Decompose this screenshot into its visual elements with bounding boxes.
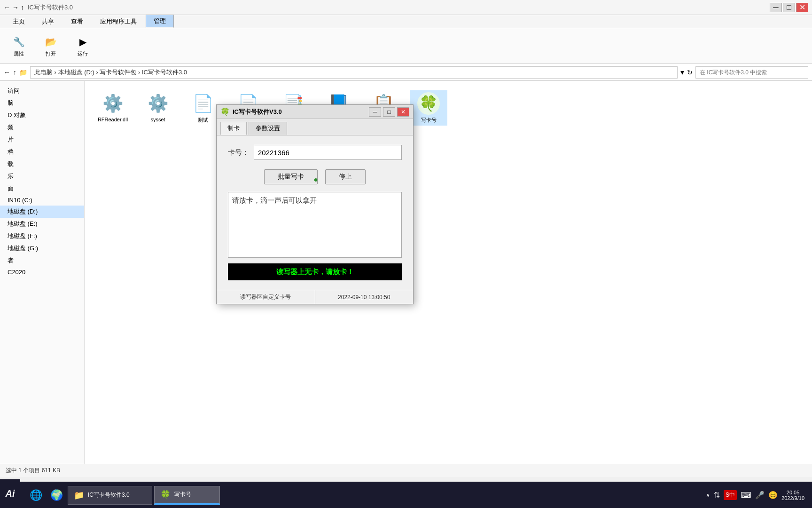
clock[interactable]: 20:05 2022/9/10 [781,490,804,501]
tray-ime-icon[interactable]: S中 [724,490,737,500]
card-row: 卡号： [228,145,402,160]
taskbar-ie-btn[interactable]: 🌐 [26,486,45,505]
ic-dialog: 🍀 IC写卡号软件V3.0 ─ □ ✕ 制卡 参数设置 卡号： [216,104,414,304]
sidebar-item-load[interactable]: 载 [0,158,84,170]
toolbar-properties-btn[interactable]: 🔧 属性 [8,32,30,59]
taskbar-explorer-label: IC写卡号软件3.0 [88,491,130,499]
nav-up[interactable]: ↑ [13,69,16,76]
tray-chevron-icon[interactable]: ∧ [706,492,710,499]
file-item-rfreaderdll[interactable]: ⚙️ RFReader.dll [94,90,132,126]
sidebar-item-drive-e[interactable]: 地磁盘 (E:) [0,218,84,230]
explorer-window: ← → ↑ IC写卡号软件3.0 ─ □ ✕ 主页 共享 查看 应用程序工具 管… [0,0,812,508]
title-spacer: IC写卡号软件3.0 [28,3,770,12]
taskbar-writecard-label: 写卡号 [174,491,191,499]
tab-tools[interactable]: 应用程序工具 [92,15,145,28]
tray-mic-icon[interactable]: 🎤 [755,491,765,500]
file-area: ⚙️ RFReader.dll ⚙️ sysset 📄 测试 📄 介绍 📑 软件… [85,81,812,464]
tray-transfer-icon[interactable]: ⇅ [714,491,720,500]
dialog-controls: ─ □ ✕ [369,107,409,117]
footer-left: 读写器区自定义卡号 [217,290,315,304]
dialog-tab-params[interactable]: 参数设置 [249,122,287,135]
stop-btn[interactable]: 停止 [325,169,366,184]
message-area: 请放卡，滴一声后可以拿开 [228,192,402,258]
sidebar-item-file[interactable]: 档 [0,146,84,158]
status-bar: 选中 1 个项目 611 KB [0,464,812,477]
dialog-close-btn[interactable]: ✕ [397,107,409,117]
sidebar-item-drive-d[interactable]: 地磁盘 (D:) [0,206,84,218]
card-label: 卡号： [228,148,249,157]
file-item-writecard[interactable]: 🍀 写卡号 [410,90,447,126]
clock-date: 2022/9/10 [781,495,804,501]
dialog-restore-btn[interactable]: □ [383,107,395,117]
sidebar-item-c2020[interactable]: C2020 [0,267,84,278]
tab-share[interactable]: 共享 [34,15,62,28]
ribbon-toolbar: 🔧 属性 📂 打开 ▶ 运行 [0,28,812,64]
nav-back[interactable]: ← [4,69,10,76]
tab-view[interactable]: 查看 [63,15,91,28]
dialog-content: 卡号： 批量写卡 ● 停止 请放卡，滴一声后可以拿开 [217,135,413,290]
footer-right: 2022-09-10 13:00:50 [315,290,414,304]
dialog-footer: 读写器区自定义卡号 2022-09-10 13:00:50 [217,290,413,304]
sidebar-item-brain[interactable]: 脑 [0,97,84,109]
close-btn[interactable]: ✕ [796,3,808,12]
message-text: 请放卡，滴一声后可以拿开 [232,196,317,204]
status-display: 读写器上无卡，请放卡！ [228,263,402,280]
explorer-titlebar: ← → ↑ IC写卡号软件3.0 ─ □ ✕ [0,0,812,15]
taskbar-explorer-btn[interactable]: 📁 IC写卡号软件3.0 [68,486,152,505]
tray-input-icon[interactable]: ⌨ [741,491,751,500]
up-icon[interactable]: ↑ [21,4,24,11]
back-icon[interactable]: ← [4,4,10,11]
file-label-test: 测试 [198,117,208,124]
toolbar-run-btn[interactable]: ▶ 运行 [71,32,94,59]
expand-icon[interactable]: ▾ [680,68,684,77]
file-icon-rfreaderdll: ⚙️ [102,92,124,115]
dialog-tab-card[interactable]: 制卡 [220,122,247,135]
ribbon-tabs: 主页 共享 查看 应用程序工具 管理 [0,15,812,28]
file-label-writecard: 写卡号 [421,117,437,124]
taskbar-tray: ∧ ⇅ S中 ⌨ 🎤 😊 20:05 2022/9/10 [706,490,808,501]
status-text: 选中 1 个项目 611 KB [6,467,60,475]
file-icon-sysset: ⚙️ [147,92,169,115]
tray-emoji-icon[interactable]: 😊 [768,491,778,500]
sidebar-item-drive-g[interactable]: 地磁盘 (G:) [0,242,84,254]
dialog-title-icon: 🍀 [220,107,230,116]
file-label-rfreaderdll: RFReader.dll [98,117,128,122]
ai-badge: Ai [0,479,20,508]
status-display-text: 读写器上无卡，请放卡！ [276,268,354,277]
dialog-tabs: 制卡 参数设置 [217,119,413,135]
file-item-sysset[interactable]: ⚙️ sysset [139,90,177,126]
maximize-btn[interactable]: □ [783,3,795,12]
sidebar-item-access[interactable]: 访问 [0,85,84,97]
taskbar-writecard-btn[interactable]: 🍀 写卡号 [154,486,220,505]
taskbar-explorer-icon: 📁 [74,490,84,500]
minimize-btn[interactable]: ─ [770,3,782,12]
search-input[interactable] [695,66,808,79]
sidebar-item-drive-f[interactable]: 地磁盘 (F:) [0,230,84,242]
tab-manage[interactable]: 管理 [146,15,174,28]
sidebar-item-drive-c[interactable]: IN10 (C:) [0,195,84,206]
dialog-title-text: IC写卡号软件V3.0 [233,108,366,116]
taskbar-ie2-btn[interactable]: 🌍 [47,486,66,505]
sidebar: 访问 脑 D 对象 频 片 档 载 乐 面 IN10 (C:) 地磁盘 (D:)… [0,81,85,464]
forward-icon[interactable]: → [12,4,19,11]
address-icon: 📁 [19,69,27,76]
address-path[interactable]: 此电脑 › 本地磁盘 (D:) › 写卡号软件包 › IC写卡号软件3.0 [30,66,678,79]
file-label-sysset: sysset [150,117,165,122]
address-bar: ← ↑ 📁 此电脑 › 本地磁盘 (D:) › 写卡号软件包 › IC写卡号软件… [0,64,812,81]
sidebar-item-d-objects[interactable]: D 对象 [0,109,84,121]
card-input[interactable] [254,145,402,160]
taskbar-writecard-icon: 🍀 [160,490,171,500]
sidebar-item-face[interactable]: 面 [0,183,84,195]
dialog-minimize-btn[interactable]: ─ [369,107,381,117]
batch-write-btn[interactable]: 批量写卡 ● [264,169,318,184]
sidebar-item-chip[interactable]: 片 [0,134,84,146]
tab-home[interactable]: 主页 [5,15,33,28]
toolbar-open-btn[interactable]: 📂 打开 [39,32,62,59]
dialog-titlebar: 🍀 IC写卡号软件V3.0 ─ □ ✕ [217,105,413,119]
sidebar-item-freq[interactable]: 频 [0,121,84,134]
sidebar-item-user[interactable]: 者 [0,254,84,267]
refresh-icon[interactable]: ↻ [687,69,693,76]
file-icon-test: 📄 [192,92,214,115]
sidebar-item-music[interactable]: 乐 [0,170,84,183]
file-icon-writecard: 🍀 [417,92,440,115]
